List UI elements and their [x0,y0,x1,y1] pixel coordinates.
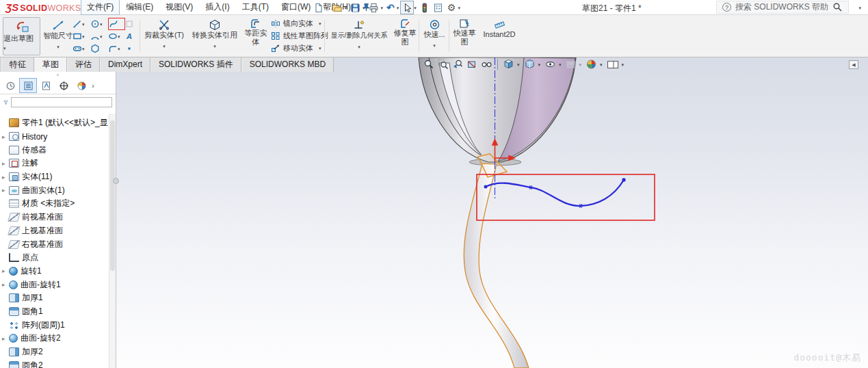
smart-dimension-button[interactable]: 智能尺寸 ▾ [42,15,74,57]
caret-down-icon[interactable]: ▾ [118,34,120,39]
caret-down-icon[interactable]: ▾ [421,43,447,48]
menu-item[interactable]: 视图(V) [159,0,199,15]
tree-item[interactable]: ▸ 旋转1 ^ [0,265,108,278]
panel-grip[interactable] [0,72,116,77]
panel-scrollbar-thumb[interactable] [110,120,115,271]
tree-item[interactable]: ▸ History ^ [0,130,108,144]
tree-item[interactable]: ▸ 上视基准面 ^ [0,224,108,238]
quick-snaps-button[interactable]: 快速... ▾ [421,15,447,57]
offset-entities-button[interactable]: 等距实体 [244,15,268,57]
caret-down-icon[interactable]: ▾ [326,5,328,10]
file-properties-button[interactable] [431,1,445,14]
arc-tool-button[interactable]: ▾ [90,30,107,42]
expand-arrow-icon[interactable]: ▸ [2,281,9,288]
spline-through-point[interactable] [529,185,533,189]
caret-down-icon[interactable]: ▾ [82,22,85,27]
search-caret-icon[interactable]: ▾ [858,5,861,10]
stem-model[interactable] [464,163,529,368]
caret-down-icon[interactable]: ▾ [458,5,460,10]
open-button[interactable] [330,1,345,14]
history-tab[interactable] [1,78,19,93]
rebuild-button[interactable] [418,1,431,14]
rapid-sketch-button[interactable]: 快速草图 [451,15,477,57]
caret-down-icon[interactable]: ▾ [187,44,242,49]
convert-entities-button[interactable]: 转换实体引用 ▾ [187,15,242,57]
caret-down-icon[interactable]: ▾ [82,34,85,39]
caret-down-icon[interactable]: ▾ [100,22,103,27]
ellipse-tool-button[interactable]: ▾ [108,30,125,42]
print-button[interactable] [367,1,381,14]
command-tab[interactable]: 评估 [67,57,100,72]
mirror-entities-button[interactable]: 镜向实体 [271,18,313,29]
tree-filter-input[interactable] [11,97,112,107]
featuremanager-tree-tab[interactable] [19,78,37,93]
caret-down-icon[interactable]: ▾ [363,5,365,10]
repair-sketch-button[interactable]: 修复草图 [393,15,417,57]
displaymanager-tab[interactable] [73,78,90,93]
spline-through-point[interactable] [579,204,583,208]
dimxpertmanager-tab[interactable] [55,78,73,93]
caret-down-icon[interactable]: ▾ [414,5,417,10]
spline-start-point[interactable] [484,185,488,189]
caret-down-icon[interactable]: ▾ [100,34,103,39]
polygon-tool-button[interactable] [90,42,107,55]
tree-item[interactable]: ▸ 加厚2 ^ [0,345,108,359]
new-document-button[interactable] [311,1,326,14]
panel-tabs-overflow-chevron[interactable]: › [92,81,94,90]
caret-down-icon[interactable]: ▾ [327,44,391,49]
menu-item[interactable]: 编辑(E) [120,0,159,15]
search-placeholder[interactable]: 搜索 SOLIDWORKS 帮助 [735,1,828,13]
select-tool-button[interactable] [400,1,414,14]
sketch-fillet-button[interactable]: ▾ [108,42,125,55]
panel-scrollbar[interactable] [109,114,116,368]
save-button[interactable] [348,1,363,14]
command-tab[interactable]: DimXpert [100,57,150,72]
expand-arrow-icon[interactable]: ▸ [2,160,9,167]
caret-down-icon[interactable]: ▾ [319,46,321,51]
caret-down-icon[interactable]: ▾ [3,46,40,51]
tree-item[interactable]: ▸ 传感器 ^ [0,143,108,157]
graphics-area[interactable]: ▾ ▾ ▾ ▾ ▾ ▾ ◀ dooooit@木易 [116,57,868,368]
menu-item[interactable]: 文件(F) [81,0,120,15]
caret-down-icon[interactable]: ▾ [319,21,321,26]
trim-entities-button[interactable]: 剪裁实体(T) ▾ [142,15,186,57]
linear-pattern-button[interactable]: 线性草图阵列 [271,30,328,42]
caret-down-icon[interactable]: ▾ [345,5,347,10]
search-icon[interactable] [832,2,843,12]
tree-item[interactable]: ▸ 前视基准面 ^ [0,211,108,224]
tree-item[interactable]: ▸ 圆角2 ^ [0,358,108,368]
tree-item[interactable]: ▸ 零件1 (默认<<默认>_显示状 ^ [0,116,108,130]
tulip-model[interactable] [419,57,576,166]
panel-splitter-handle[interactable] [113,178,119,184]
help-search[interactable]: ? 搜索 SOLIDWORKS 帮助 [716,1,849,14]
propertymanager-tab[interactable] [37,78,55,93]
spline-end-point[interactable] [622,178,625,181]
tree-item[interactable]: ▸ 曲面-旋转1 ^ [0,278,108,291]
tree-item[interactable]: ▸ 实体(11) ^ [0,170,108,184]
expand-arrow-icon[interactable]: ▸ [2,267,9,274]
expand-arrow-icon[interactable]: ▸ [2,133,9,140]
expand-arrow-icon[interactable]: ▸ [2,187,9,194]
tree-item[interactable]: ▸ 圆角1 ^ [0,305,108,319]
caret-down-icon[interactable]: ▾ [118,47,120,51]
menu-item[interactable]: 工具(T) [236,0,275,15]
tree-item[interactable]: ▸ 注解 ^ [0,157,108,170]
tree-item[interactable]: ▸ 加厚1 ^ [0,291,108,305]
sketch-spline[interactable] [484,178,626,208]
help-icon[interactable]: ? [722,3,731,12]
tree-item[interactable]: ▸ 曲面-旋转2 ^ [0,332,108,345]
command-tab[interactable]: 特征 [1,57,34,72]
menu-item[interactable]: 插入(I) [199,0,235,15]
exit-sketch-button[interactable]: 退出草图 ▾ [3,17,40,55]
caret-down-icon[interactable]: ▾ [82,47,85,51]
slot-tool-button[interactable]: ▾ [73,42,90,55]
tree-item[interactable]: ▸ 曲面实体(1) ^ [0,183,108,197]
spline-tool-button[interactable] [108,18,125,30]
caret-down-icon[interactable]: ▾ [397,5,399,10]
caret-down-icon[interactable]: ▾ [381,5,384,10]
line-tool-button[interactable]: ▾ [73,18,90,30]
rectangle-tool-button[interactable]: ▾ [73,30,90,42]
command-tab[interactable]: 草图 [34,57,67,72]
tree-item[interactable]: ▸ 阵列(圆周)1 ^ [0,318,108,332]
command-tab[interactable]: SOLIDWORKS 插件 [150,57,241,72]
